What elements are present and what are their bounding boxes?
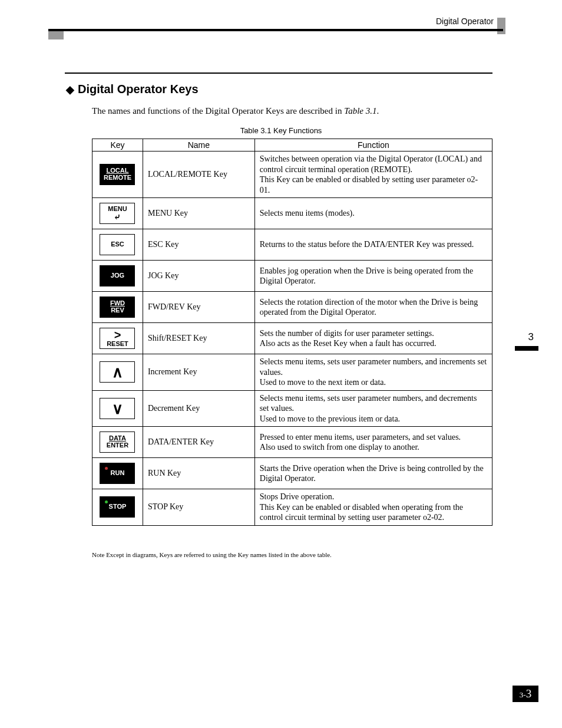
key-cell: JOG bbox=[92, 261, 143, 292]
key-functions-table: Key Name Function LOCALREMOTELOCAL/REMOT… bbox=[92, 139, 492, 526]
key-function: Stops Drive operation.This Key can be en… bbox=[254, 489, 492, 526]
table-row: STOPSTOP KeyStops Drive operation.This K… bbox=[92, 489, 492, 526]
table-row: RUNRUN KeyStarts the Drive operation whe… bbox=[92, 458, 492, 489]
table-header-row: Key Name Function bbox=[92, 139, 492, 151]
table-row: DATAENTERDATA/ENTER KeyPressed to enter … bbox=[92, 427, 492, 458]
arrow-icon: > bbox=[114, 329, 121, 341]
key-name: DATA/ENTER Key bbox=[143, 427, 254, 458]
section-heading: Digital Operator Keys bbox=[66, 83, 199, 96]
header-tab bbox=[48, 31, 64, 39]
key-name: MENU Key bbox=[143, 198, 254, 229]
key-function: Selects the rotation direction of the mo… bbox=[254, 292, 492, 323]
key-name: LOCAL/REMOTE Key bbox=[143, 151, 254, 198]
key-name: RUN Key bbox=[143, 458, 254, 489]
key-label-line1: STOP bbox=[109, 503, 127, 510]
page-prefix: 3- bbox=[520, 690, 526, 699]
key-graphic: STOP bbox=[100, 496, 135, 518]
key-graphic: FWDREV bbox=[100, 297, 135, 318]
col-key: Key bbox=[92, 139, 143, 151]
table-caption: Table 3.1 Key Functions bbox=[0, 126, 562, 135]
side-chapter-bar bbox=[515, 346, 538, 351]
table-row: FWDREVFWD/REV KeySelects the rotation di… bbox=[92, 292, 492, 323]
table-body: LOCALREMOTELOCAL/REMOTE KeySwitches betw… bbox=[92, 151, 492, 526]
arrow-icon: ∧ bbox=[112, 364, 123, 380]
key-function: Selects menu items, sets user parameter … bbox=[254, 354, 492, 391]
key-cell: ∨ bbox=[92, 390, 143, 427]
key-cell: DATAENTER bbox=[92, 427, 143, 458]
key-graphic: ∧ bbox=[100, 361, 135, 383]
key-function: Enables jog operation when the Drive is … bbox=[254, 261, 492, 292]
key-label-line2: REMOTE bbox=[104, 174, 131, 182]
page-num: 3 bbox=[526, 687, 532, 700]
table-row: ESCESC KeyReturns to the status before t… bbox=[92, 229, 492, 261]
intro-post: . bbox=[377, 106, 379, 116]
table-row: LOCALREMOTELOCAL/REMOTE KeySwitches betw… bbox=[92, 151, 492, 198]
key-name: STOP Key bbox=[143, 489, 254, 526]
key-name: FWD/REV Key bbox=[143, 292, 254, 323]
key-function: Switches between operation via the Digit… bbox=[254, 151, 492, 198]
key-function: Returns to the status before the DATA/EN… bbox=[254, 229, 492, 261]
key-name: JOG Key bbox=[143, 261, 254, 292]
key-cell: ∧ bbox=[92, 354, 143, 391]
key-function: Starts the Drive operation when the Driv… bbox=[254, 458, 492, 489]
col-func: Function bbox=[254, 139, 492, 151]
key-cell: STOP bbox=[92, 489, 143, 526]
table-row: MENU⤶MENU KeySelects menu items (modes). bbox=[92, 198, 492, 229]
header-accent-box bbox=[497, 18, 505, 34]
key-name: Shift/RESET Key bbox=[143, 323, 254, 354]
page-number: 3-3 bbox=[513, 686, 538, 702]
key-label-line2: REV bbox=[111, 307, 124, 314]
table-row: ∨Decrement KeySelects menu items, sets u… bbox=[92, 390, 492, 427]
table-row: ∧Increment KeySelects menu items, sets u… bbox=[92, 354, 492, 391]
key-cell: LOCALREMOTE bbox=[92, 151, 143, 198]
header-rule bbox=[48, 29, 503, 31]
key-graphic: ∨ bbox=[100, 398, 135, 419]
key-cell: RUN bbox=[92, 458, 143, 489]
key-function: Selects menu items (modes). bbox=[254, 198, 492, 229]
key-label-line1: RUN bbox=[111, 470, 125, 477]
key-name: ESC Key bbox=[143, 229, 254, 261]
key-name: Increment Key bbox=[143, 354, 254, 391]
col-name: Name bbox=[143, 139, 254, 151]
key-graphic: JOG bbox=[100, 265, 135, 286]
key-cell: ESC bbox=[92, 229, 143, 261]
key-function: Selects menu items, sets user parameter … bbox=[254, 390, 492, 427]
enter-arrow-icon: ⤶ bbox=[114, 213, 121, 221]
key-graphic: RUN bbox=[100, 463, 135, 484]
key-label-line2: RESET bbox=[107, 341, 128, 348]
key-graphic: >RESET bbox=[100, 328, 135, 349]
key-label-line1: ESC bbox=[111, 241, 124, 248]
key-cell: >RESET bbox=[92, 323, 143, 354]
key-function: Sets the number of digits for user param… bbox=[254, 323, 492, 354]
key-label-line1: JOG bbox=[111, 272, 124, 279]
table-note: Note Except in diagrams, Keys are referr… bbox=[92, 551, 332, 558]
key-label-line2: ENTER bbox=[107, 442, 128, 449]
side-chapter-number: 3 bbox=[528, 331, 534, 343]
table-row: >RESETShift/RESET KeySets the number of … bbox=[92, 323, 492, 354]
section-intro: The names and functions of the Digital O… bbox=[92, 106, 379, 116]
section-rule bbox=[65, 73, 492, 74]
key-graphic: MENU⤶ bbox=[100, 203, 135, 224]
key-graphic: DATAENTER bbox=[100, 431, 135, 453]
key-name: Decrement Key bbox=[143, 390, 254, 427]
intro-pre: The names and functions of the Digital O… bbox=[92, 106, 344, 116]
key-function: Pressed to enter menu items, user parame… bbox=[254, 427, 492, 458]
table-row: JOGJOG KeyEnables jog operation when the… bbox=[92, 261, 492, 292]
intro-ref: Table 3.1 bbox=[344, 106, 376, 116]
key-cell: FWDREV bbox=[92, 292, 143, 323]
running-title: Digital Operator bbox=[436, 17, 494, 26]
key-cell: MENU⤶ bbox=[92, 198, 143, 229]
key-graphic: LOCALREMOTE bbox=[100, 164, 135, 185]
arrow-icon: ∨ bbox=[112, 401, 123, 416]
key-graphic: ESC bbox=[100, 234, 135, 255]
